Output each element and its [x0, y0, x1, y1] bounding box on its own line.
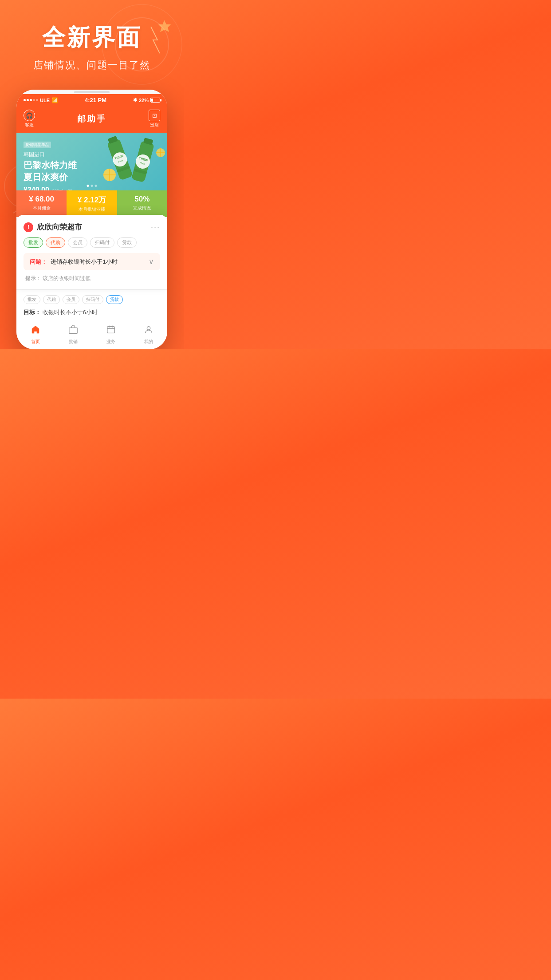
svg-rect-22 — [107, 327, 114, 333]
tab-home-label: 首页 — [31, 339, 40, 345]
wholesale-icon — [68, 325, 78, 337]
time-label: 4:21 PM — [85, 97, 106, 103]
customer-service-button[interactable]: 🎧 客服 — [24, 110, 35, 128]
banner-price: ¥240.00 500ml × 20 — [24, 186, 77, 190]
tab-business[interactable]: 业务 — [92, 325, 130, 345]
issue-label: 问题： — [30, 258, 47, 265]
stat-completion: 50% 完成情况 — [117, 190, 167, 217]
tab-profile-label: 我的 — [144, 339, 153, 345]
dot2 — [27, 99, 29, 101]
chevron-down-icon: ∨ — [149, 257, 154, 266]
carrier-label: ULE — [40, 98, 50, 103]
dot-3 — [95, 185, 97, 187]
battery-fill — [151, 99, 153, 102]
second-store-card: 批发 代购 会员 扫码付 贷款 目标： 收银时长不小于6小时 — [16, 289, 167, 322]
banner-title-line1: 巴黎水特力维 — [24, 159, 77, 171]
promo-banner[interactable]: 夏销明星单品 韩国进口 巴黎水特力维 夏日冰爽价 ¥240.00 500ml ×… — [16, 133, 167, 190]
target-text: 目标： 收银时长不小于6小时 — [24, 308, 160, 316]
business-icon — [106, 325, 116, 337]
battery-bar — [150, 98, 160, 103]
commission-value: ¥ 68.00 — [20, 195, 63, 204]
tab-business-label: 业务 — [106, 339, 115, 345]
headset-icon: 🎧 — [24, 110, 35, 121]
issue-content: 问题： 进销存收银时长小于1小时 — [30, 257, 118, 266]
s-tag-wholesale[interactable]: 批发 — [24, 295, 40, 304]
app-header: 🎧 客服 邮助手 ⊡ 巡店 — [16, 106, 167, 133]
store-card: ! 欣欣向荣超市 ··· 批发 代购 会员 扫码付 贷款 — [16, 215, 167, 289]
header-section: 全新界面 店铺情况、问题一目了然 — [0, 0, 184, 81]
card-title-row: ! 欣欣向荣超市 — [24, 222, 82, 232]
stat-sales: ¥ 2.12万 本月批销业绩 — [67, 190, 117, 217]
tag-proxy[interactable]: 代购 — [46, 237, 65, 248]
issue-banner[interactable]: 问题： 进销存收银时长小于1小时 ∨ — [24, 253, 160, 270]
tab-profile[interactable]: 我的 — [130, 325, 167, 345]
phone-notch — [16, 90, 167, 94]
status-bar: ULE 📶 4:21 PM ✱ 22% — [16, 94, 167, 106]
s-tag-proxy[interactable]: 代购 — [43, 295, 60, 304]
s-tag-loan[interactable]: 贷款 — [106, 295, 123, 304]
hint-prefix: 提示： — [25, 275, 41, 281]
status-left: ULE 📶 — [24, 97, 58, 103]
alert-icon: ! — [24, 222, 33, 232]
signal-dots — [24, 99, 38, 101]
dot1 — [24, 99, 26, 101]
tab-bar: 首页 批销 业务 我的 — [16, 322, 167, 349]
svg-rect-21 — [69, 328, 77, 333]
subtitle: 店铺情况、问题一目了然 — [9, 59, 175, 72]
banner-dots — [87, 185, 97, 187]
phone-mockup: ULE 📶 4:21 PM ✱ 22% 🎧 客服 邮助手 ⊡ 巡店 夏销明星单品… — [16, 90, 167, 349]
wifi-icon: 📶 — [51, 97, 58, 103]
sales-label: 本月批销业绩 — [70, 206, 113, 213]
stats-row: ¥ 68.00 本月佣金 ¥ 2.12万 本月批销业绩 50% 完成情况 — [16, 190, 167, 217]
scan-icon: ⊡ — [149, 110, 160, 121]
store-name: 欣欣向荣超市 — [37, 222, 82, 232]
home-icon — [31, 325, 40, 337]
sales-value: ¥ 2.12万 — [70, 195, 113, 205]
second-card-tags: 批发 代购 会员 扫码付 贷款 — [24, 295, 160, 304]
tag-loan[interactable]: 贷款 — [117, 237, 137, 248]
s-tag-scan-pay[interactable]: 扫码付 — [82, 295, 103, 304]
banner-tag: 夏销明星单品 — [24, 142, 51, 148]
store-tags: 批发 代购 会员 扫码付 贷款 — [24, 237, 160, 248]
svg-point-26 — [147, 327, 150, 330]
tab-wholesale-label: 批销 — [69, 339, 78, 345]
completion-value: 50% — [121, 195, 164, 204]
stat-commission: ¥ 68.00 本月佣金 — [16, 190, 67, 217]
notch-pill — [74, 91, 110, 93]
dot3 — [30, 99, 32, 101]
dot-1 — [87, 185, 89, 187]
battery-pct: 22% — [139, 98, 149, 103]
dot5 — [36, 99, 38, 101]
completion-label: 完成情况 — [121, 205, 164, 211]
hint-text: 该店的收银时间过低 — [43, 275, 91, 281]
profile-icon — [144, 325, 153, 337]
tag-member[interactable]: 会员 — [68, 237, 87, 248]
dot-2 — [91, 185, 93, 187]
tab-home[interactable]: 首页 — [16, 325, 54, 345]
card-header: ! 欣欣向荣超市 ··· — [24, 222, 160, 232]
tag-scan-pay[interactable]: 扫码付 — [90, 237, 114, 248]
dot4 — [33, 99, 35, 101]
status-right: ✱ 22% — [133, 97, 160, 103]
commission-label: 本月佣金 — [20, 205, 63, 211]
banner-subtitle: 韩国进口 — [24, 151, 77, 158]
banner-title-line2: 夏日冰爽价 — [24, 171, 77, 183]
banner-text: 夏销明星单品 韩国进口 巴黎水特力维 夏日冰爽价 ¥240.00 500ml ×… — [24, 140, 77, 190]
bluetooth-icon: ✱ — [133, 97, 137, 103]
hint-area: 提示： 该店的收银时间过低 — [24, 275, 160, 282]
s-tag-member[interactable]: 会员 — [63, 295, 79, 304]
more-menu-button[interactable]: ··· — [151, 222, 160, 232]
bottle-illustration: TREW Plain TREW Plain — [96, 133, 167, 190]
issue-text: 进销存收银时长小于1小时 — [51, 258, 117, 265]
tab-wholesale[interactable]: 批销 — [54, 325, 92, 345]
app-title: 邮助手 — [77, 113, 106, 125]
patrol-label: 巡店 — [150, 122, 159, 128]
customer-service-label: 客服 — [25, 122, 34, 128]
patrol-store-button[interactable]: ⊡ 巡店 — [149, 110, 160, 128]
tag-wholesale[interactable]: 批发 — [24, 237, 43, 248]
main-title: 全新界面 — [9, 22, 175, 53]
